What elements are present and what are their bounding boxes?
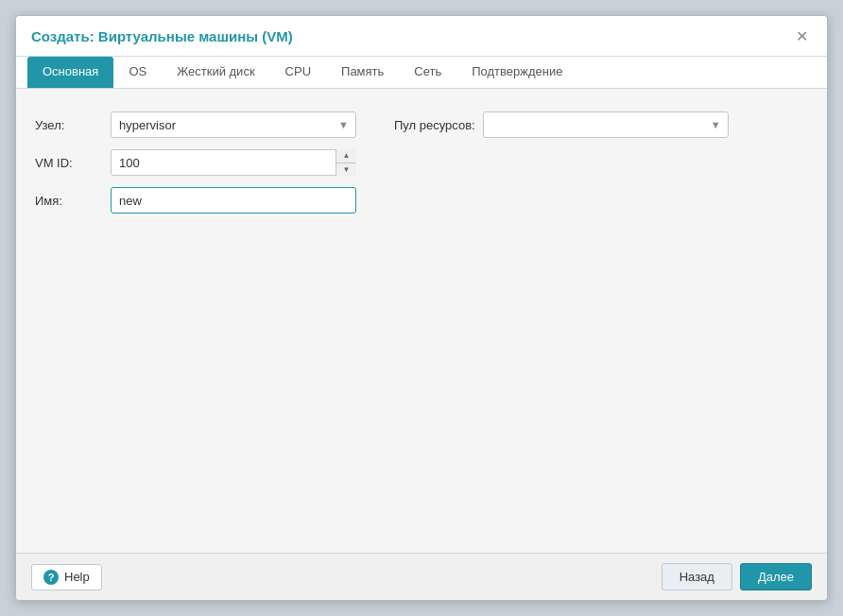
next-button[interactable]: Далее bbox=[740, 563, 812, 590]
help-icon: ? bbox=[43, 570, 59, 585]
resource-pool-section: Пул ресурсов: ▼ bbox=[394, 111, 729, 138]
node-row: Узел: hypervisor ▼ Пул ресурсов: ▼ bbox=[35, 111, 808, 138]
close-button[interactable]: ✕ bbox=[791, 26, 812, 46]
vmid-input[interactable] bbox=[111, 149, 356, 176]
tab-osnovnaya-label: Основная bbox=[43, 64, 98, 78]
resource-pool-select[interactable] bbox=[483, 111, 729, 138]
tab-confirm[interactable]: Подтверждение bbox=[456, 57, 577, 88]
resource-pool-select-wrap: ▼ bbox=[483, 111, 729, 138]
dialog-header: Создать: Виртуальные машины (VM) ✕ bbox=[16, 16, 827, 57]
tab-cpu[interactable]: CPU bbox=[270, 57, 326, 88]
help-label: Help bbox=[64, 570, 90, 584]
spin-down-icon: ▼ bbox=[343, 165, 351, 174]
vmid-label: VM ID: bbox=[35, 156, 111, 170]
tab-cpu-label: CPU bbox=[285, 64, 311, 78]
tab-os[interactable]: OS bbox=[113, 57, 162, 88]
vmid-decrement-button[interactable]: ▼ bbox=[336, 163, 356, 177]
node-select-wrap: hypervisor ▼ bbox=[111, 111, 356, 138]
spin-up-icon: ▲ bbox=[343, 151, 351, 160]
tabs-bar: Основная OS Жесткий диск CPU Память Сеть… bbox=[16, 57, 827, 89]
vmid-spinner-buttons: ▲ ▼ bbox=[335, 149, 356, 176]
tab-memory[interactable]: Память bbox=[326, 57, 399, 88]
vmid-row: VM ID: ▲ ▼ bbox=[35, 149, 808, 176]
close-icon: ✕ bbox=[796, 27, 808, 45]
vmid-increment-button[interactable]: ▲ bbox=[336, 149, 356, 163]
name-input[interactable] bbox=[111, 187, 356, 214]
navigation-buttons: Назад Далее bbox=[662, 563, 812, 590]
dialog-body: Узел: hypervisor ▼ Пул ресурсов: ▼ VM ID… bbox=[16, 89, 827, 553]
name-row: Имя: bbox=[35, 187, 808, 214]
node-select[interactable]: hypervisor bbox=[111, 111, 356, 138]
create-vm-dialog: Создать: Виртуальные машины (VM) ✕ Основ… bbox=[15, 15, 828, 601]
tab-disk-label: Жесткий диск bbox=[177, 64, 254, 78]
tab-confirm-label: Подтверждение bbox=[472, 64, 562, 78]
name-input-wrap bbox=[111, 187, 356, 214]
help-button[interactable]: ? Help bbox=[31, 564, 102, 590]
tab-network[interactable]: Сеть bbox=[399, 57, 456, 88]
vmid-spinner-wrap: ▲ ▼ bbox=[111, 149, 356, 176]
name-label: Имя: bbox=[35, 194, 111, 208]
node-label: Узел: bbox=[35, 118, 111, 132]
back-button[interactable]: Назад bbox=[662, 563, 732, 590]
dialog-title: Создать: Виртуальные машины (VM) bbox=[31, 28, 293, 44]
tab-osnovnaya[interactable]: Основная bbox=[27, 57, 113, 88]
resource-pool-label: Пул ресурсов: bbox=[394, 118, 475, 132]
dialog-footer: ? Help Назад Далее bbox=[16, 553, 827, 600]
tab-os-label: OS bbox=[129, 64, 146, 78]
tab-memory-label: Память bbox=[341, 64, 384, 78]
tab-disk[interactable]: Жесткий диск bbox=[162, 57, 269, 88]
tab-network-label: Сеть bbox=[414, 64, 441, 78]
